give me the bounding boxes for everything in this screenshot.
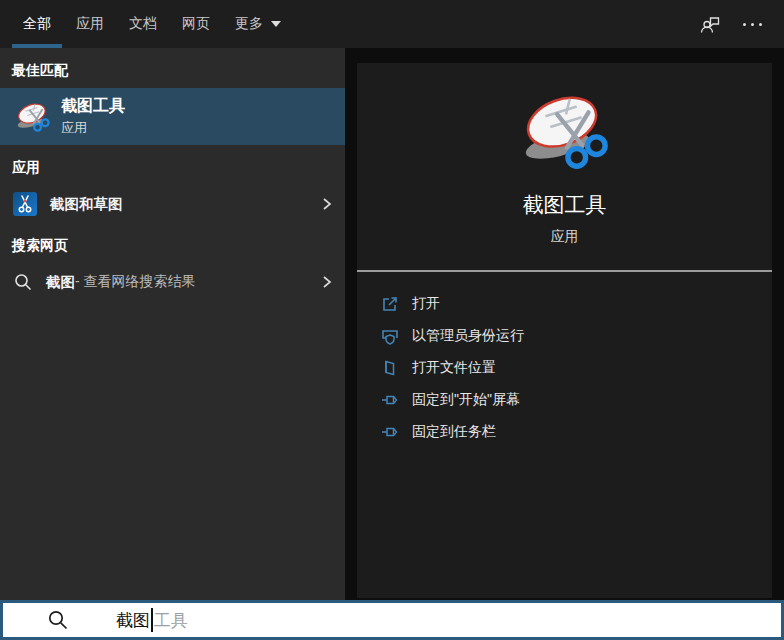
snipping-tool-icon-large: [513, 85, 617, 177]
action-label: 固定到任务栏: [412, 423, 496, 441]
preview-app-subtitle: 应用: [551, 228, 579, 246]
action-pin-to-taskbar[interactable]: 固定到任务栏: [381, 416, 772, 448]
tab-more[interactable]: 更多: [224, 0, 292, 48]
best-match-title: 截图工具: [61, 96, 125, 117]
web-search-term: 截图: [46, 273, 75, 292]
tab-all[interactable]: 全部: [12, 0, 62, 48]
tab-apps-label: 应用: [76, 15, 104, 33]
web-search-suffix: - 查看网络搜索结果: [75, 273, 196, 291]
search-icon: [47, 609, 69, 631]
search-icon: [13, 272, 33, 292]
tab-web-label: 网页: [182, 15, 210, 33]
chevron-right-icon: [319, 274, 335, 290]
run-as-admin-icon: [381, 327, 399, 345]
open-file-location-icon: [381, 359, 399, 377]
preview-app-title: 截图工具: [523, 191, 607, 219]
result-snip-and-sketch[interactable]: 截图和草图: [0, 185, 345, 223]
tab-documents[interactable]: 文档: [118, 0, 168, 48]
action-run-as-admin[interactable]: 以管理员身份运行: [381, 320, 772, 352]
open-icon: [381, 295, 399, 313]
pin-to-taskbar-icon: [381, 423, 399, 441]
preview-area: 截图工具 应用 打开 以管: [345, 48, 784, 600]
action-open-file-location[interactable]: 打开文件位置: [381, 352, 772, 384]
action-label: 固定到"开始"屏幕: [412, 391, 520, 409]
tab-documents-label: 文档: [129, 15, 157, 33]
section-header-search-web: 搜索网页: [0, 223, 345, 263]
action-label: 打开: [412, 295, 440, 313]
tab-all-label: 全部: [23, 15, 51, 33]
feedback-icon[interactable]: [699, 13, 721, 35]
result-snipping-tool[interactable]: 截图工具 应用: [0, 88, 345, 145]
tab-web[interactable]: 网页: [171, 0, 221, 48]
search-results-panel: 最佳匹配 截图工具: [0, 48, 345, 600]
best-match-subtitle: 应用: [61, 119, 125, 137]
tab-more-label: 更多: [235, 15, 263, 33]
search-input[interactable]: 截图 工具: [0, 600, 784, 640]
section-header-best-match: 最佳匹配: [0, 48, 345, 88]
action-pin-to-start[interactable]: 固定到"开始"屏幕: [381, 384, 772, 416]
action-open[interactable]: 打开: [381, 288, 772, 320]
result-web-search[interactable]: 截图 - 查看网络搜索结果: [0, 263, 345, 301]
action-label: 打开文件位置: [412, 359, 496, 377]
action-list: 打开 以管理员身份运行 打开文件位置: [357, 272, 772, 448]
tab-apps[interactable]: 应用: [65, 0, 115, 48]
action-label: 以管理员身份运行: [412, 327, 524, 345]
preview-panel: 截图工具 应用 打开 以管: [357, 63, 772, 598]
pin-to-start-icon: [381, 391, 399, 409]
tabs: 全部 应用 文档 网页 更多: [12, 0, 295, 48]
snip-sketch-app-icon: [13, 192, 37, 216]
text-cursor: [151, 608, 153, 632]
search-suggestion-text: 工具: [154, 609, 188, 632]
more-options-icon[interactable]: [743, 23, 762, 26]
search-typed-text: 截图: [116, 609, 150, 632]
chevron-right-icon: [319, 196, 335, 212]
snipping-tool-icon: [14, 99, 52, 135]
search-tab-bar: 全部 应用 文档 网页 更多: [0, 0, 784, 48]
result-label: 截图和草图: [50, 195, 123, 214]
chevron-down-icon: [271, 21, 281, 27]
section-header-apps: 应用: [0, 145, 345, 185]
